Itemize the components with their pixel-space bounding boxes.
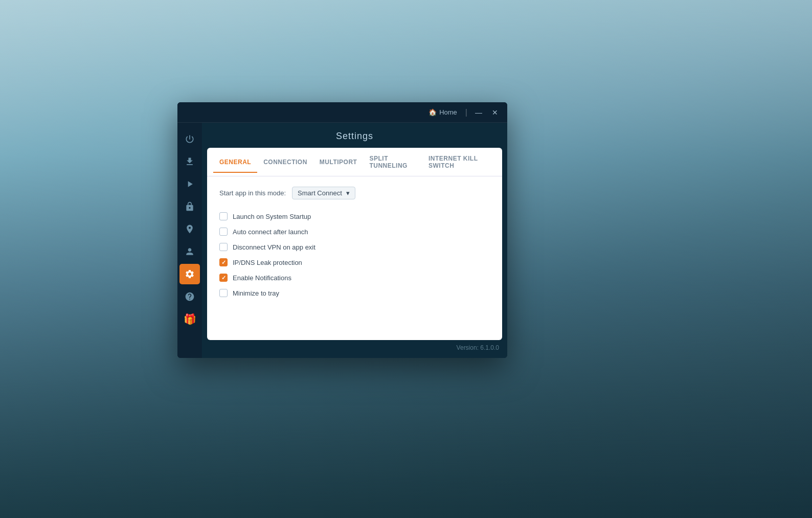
settings-panel: Start app in this mode: Smart Connect ▾ … — [207, 176, 502, 340]
user-icon — [185, 246, 195, 257]
checkbox-enable-notifications[interactable]: Enable Notifications — [219, 270, 490, 285]
gift-icon: 🎁 — [184, 313, 196, 325]
sidebar-item-gift[interactable]: 🎁 — [179, 309, 200, 329]
title-bar: 🏠 Home | — ✕ — [177, 102, 507, 123]
checkbox-ip-dns-leak-label: IP/DNS Leak protection — [233, 259, 302, 266]
checkbox-disconnect-exit-label: Disconnect VPN on app exit — [233, 243, 315, 251]
power-icon — [185, 134, 195, 144]
lock-icon — [185, 201, 195, 212]
settings-title: Settings — [202, 123, 507, 148]
checkbox-disconnect-exit-box[interactable] — [219, 243, 228, 251]
version-text: Version: 6.1.0.0 — [457, 344, 499, 351]
play-icon — [185, 179, 195, 189]
sidebar-item-settings[interactable] — [179, 264, 200, 284]
version-bar: Version: 6.1.0.0 — [202, 340, 507, 355]
settings-icon — [185, 269, 195, 279]
title-divider: | — [465, 108, 467, 117]
checkbox-ip-dns-leak[interactable]: IP/DNS Leak protection — [219, 255, 490, 270]
checkbox-ip-dns-leak-box[interactable] — [219, 258, 228, 266]
checkbox-auto-connect-box[interactable] — [219, 228, 228, 236]
home-button[interactable]: 🏠 Home — [424, 106, 461, 118]
app-window: 🏠 Home | — ✕ — [177, 102, 507, 358]
sidebar-item-lock[interactable] — [179, 196, 200, 217]
tab-split-tunneling[interactable]: SPLIT TUNNELING — [363, 148, 422, 176]
tab-connection[interactable]: CONNECTION — [257, 151, 313, 173]
app-body: 🎁 Settings GENERAL CONNECTION MULTIPORT … — [177, 123, 507, 358]
sidebar-item-help[interactable] — [179, 286, 200, 307]
sidebar-item-play[interactable] — [179, 174, 200, 194]
checkbox-launch-startup[interactable]: Launch on System Startup — [219, 209, 490, 224]
start-mode-row: Start app in this mode: Smart Connect ▾ — [219, 187, 490, 199]
start-mode-label: Start app in this mode: — [219, 189, 286, 197]
checkbox-launch-startup-box[interactable] — [219, 212, 228, 220]
start-mode-value: Smart Connect — [298, 189, 342, 197]
sidebar-item-power[interactable] — [179, 129, 200, 149]
tabs-bar: GENERAL CONNECTION MULTIPORT SPLIT TUNNE… — [207, 148, 502, 176]
checkbox-minimize-tray[interactable]: Minimize to tray — [219, 285, 490, 301]
chevron-down-icon: ▾ — [346, 189, 350, 197]
settings-area: Settings GENERAL CONNECTION MULTIPORT SP… — [202, 123, 507, 358]
tab-internet-kill-switch[interactable]: INTERNET KILL SWITCH — [422, 148, 496, 176]
close-button[interactable]: ✕ — [488, 105, 502, 120]
checkbox-minimize-tray-box[interactable] — [219, 289, 228, 297]
start-mode-select[interactable]: Smart Connect ▾ — [292, 187, 355, 199]
sidebar-item-ip[interactable] — [179, 219, 200, 239]
sidebar-item-user[interactable] — [179, 241, 200, 262]
title-bar-actions: 🏠 Home | — ✕ — [424, 105, 502, 120]
checkbox-enable-notifications-box[interactable] — [219, 274, 228, 282]
download-icon — [185, 156, 195, 167]
sidebar: 🎁 — [177, 123, 202, 358]
sidebar-item-download[interactable] — [179, 151, 200, 172]
home-label: Home — [439, 108, 457, 116]
checkbox-disconnect-exit[interactable]: Disconnect VPN on app exit — [219, 239, 490, 255]
checkbox-auto-connect-label: Auto connect after launch — [233, 228, 308, 236]
tab-multiport[interactable]: MULTIPORT — [313, 151, 364, 173]
tab-general[interactable]: GENERAL — [213, 151, 257, 173]
ip-icon — [185, 224, 195, 234]
checkbox-minimize-tray-label: Minimize to tray — [233, 289, 279, 297]
checkbox-launch-startup-label: Launch on System Startup — [233, 213, 311, 220]
help-icon — [185, 291, 195, 302]
checkbox-enable-notifications-label: Enable Notifications — [233, 274, 291, 282]
minimize-button[interactable]: — — [471, 105, 486, 120]
checkbox-auto-connect[interactable]: Auto connect after launch — [219, 224, 490, 239]
home-icon: 🏠 — [428, 108, 437, 116]
